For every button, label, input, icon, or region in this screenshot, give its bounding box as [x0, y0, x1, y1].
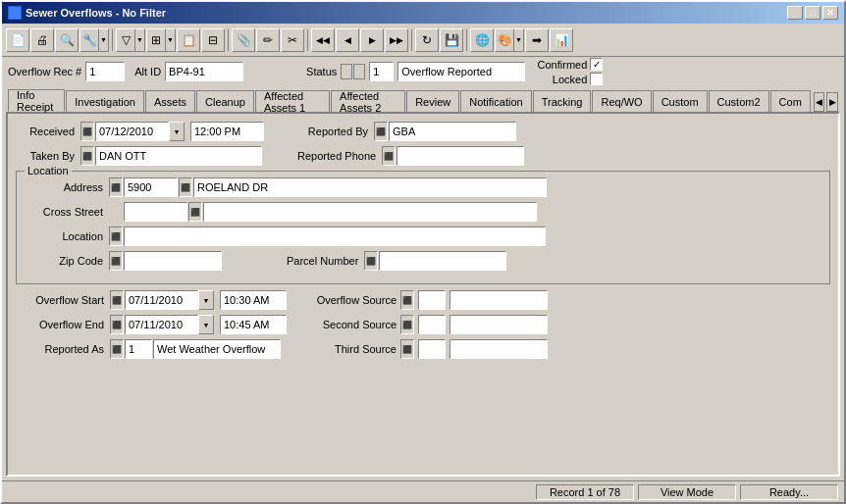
reported-by-icon[interactable]: ⬛: [374, 122, 388, 141]
overflow-end-icon[interactable]: ⬛: [110, 315, 124, 334]
address-icon[interactable]: ⬛: [109, 177, 123, 197]
report-button[interactable]: 📊: [550, 28, 573, 52]
overflow-start-date-btn[interactable]: ▼: [198, 290, 214, 310]
overflow-end-date-input[interactable]: [125, 315, 198, 334]
minimize-button[interactable]: _: [787, 6, 803, 20]
print-button[interactable]: 🖨: [30, 28, 54, 52]
locked-label: Locked: [533, 74, 587, 85]
layout-button[interactable]: ⊞: [146, 28, 166, 52]
view3-button[interactable]: ⊟: [201, 28, 225, 52]
parcel-number-label: Parcel Number: [287, 255, 358, 267]
reported-as-desc-input[interactable]: [153, 339, 281, 359]
nav-prev-button[interactable]: ◀: [336, 28, 359, 52]
taken-by-icon[interactable]: ⬛: [80, 146, 94, 166]
alt-id-input[interactable]: [165, 62, 243, 81]
received-date-input[interactable]: [95, 122, 169, 141]
zip-icon[interactable]: ⬛: [109, 251, 123, 271]
layout-dropdown-arrow[interactable]: ▼: [166, 28, 176, 52]
tab-info-receipt[interactable]: Info Receipt: [8, 89, 65, 112]
address-number-input[interactable]: [124, 177, 178, 197]
locked-checkbox[interactable]: [590, 73, 603, 85]
reported-phone-icon[interactable]: ⬛: [382, 146, 396, 166]
maximize-button[interactable]: □: [805, 6, 820, 20]
globe-button[interactable]: 🌐: [470, 28, 494, 52]
parcel-icon[interactable]: ⬛: [364, 251, 378, 271]
tab-custom2[interactable]: Custom2: [709, 90, 769, 112]
close-button[interactable]: ✕: [822, 6, 838, 20]
overflow-source-desc[interactable]: [449, 290, 548, 310]
record-bar: Overflow Rec # Alt ID Status Confirmed ✓…: [2, 57, 844, 86]
overflow-start-icon[interactable]: ⬛: [110, 290, 124, 310]
nav-first-button[interactable]: ◀◀: [311, 28, 335, 52]
location-icon[interactable]: ⬛: [109, 227, 123, 246]
save-button[interactable]: 💾: [440, 28, 463, 52]
overflow-end-time-input[interactable]: [220, 315, 287, 334]
tools-dropdown-arrow[interactable]: ▼: [99, 28, 109, 52]
search-button[interactable]: 🔍: [55, 28, 79, 52]
cross-street-icon[interactable]: ⬛: [188, 202, 202, 222]
attach-button[interactable]: 📎: [232, 28, 255, 52]
view2-button[interactable]: 📋: [177, 28, 200, 52]
second-source-icon[interactable]: ⬛: [400, 315, 414, 334]
overflow-start-date-input[interactable]: [125, 290, 198, 310]
received-date-btn[interactable]: ▼: [169, 122, 185, 141]
cross-street-full-input[interactable]: [203, 202, 537, 222]
overflow-source-icon[interactable]: ⬛: [400, 290, 414, 310]
tab-investigation[interactable]: Investigation: [66, 90, 144, 112]
third-source-number[interactable]: [418, 339, 446, 359]
third-source-desc[interactable]: [449, 339, 548, 359]
reported-as-label: Reported As: [16, 343, 104, 355]
location-field-label: Location: [25, 230, 103, 242]
arrow-button[interactable]: ➡: [525, 28, 549, 52]
tab-affected-assets-2[interactable]: Affected Assets 2: [331, 90, 405, 112]
confirmed-checkbox[interactable]: ✓: [590, 58, 603, 71]
nav-next-button[interactable]: ▶: [360, 28, 384, 52]
filter-button[interactable]: ▽: [116, 28, 135, 52]
overflow-rec-input[interactable]: [85, 62, 125, 81]
overflow-start-time-input[interactable]: [220, 290, 287, 310]
second-source-number[interactable]: [418, 315, 446, 334]
status-number-input[interactable]: [369, 62, 394, 81]
status-desc-input[interactable]: [397, 62, 525, 81]
received-time-input[interactable]: [190, 122, 264, 141]
colors-dropdown-arrow[interactable]: ▼: [514, 28, 524, 52]
nav-last-button[interactable]: ▶▶: [385, 28, 408, 52]
tab-review[interactable]: Review: [406, 90, 459, 112]
tab-scroll-right[interactable]: ▶: [826, 92, 838, 112]
reported-by-input[interactable]: [389, 122, 516, 141]
zip-parcel-row: Zip Code ⬛ Parcel Number ⬛: [25, 251, 821, 271]
filter-dropdown-arrow[interactable]: ▼: [135, 28, 145, 52]
address-street-input[interactable]: [193, 177, 547, 197]
tab-cleanup[interactable]: Cleanup: [196, 90, 254, 112]
third-source-icon[interactable]: ⬛: [400, 339, 414, 359]
zip-input[interactable]: [124, 251, 222, 271]
tab-com[interactable]: Com: [770, 90, 811, 112]
record-info: Record 1 of 78: [536, 484, 634, 500]
colors-button[interactable]: 🎨: [495, 28, 514, 52]
overflow-source-number[interactable]: [418, 290, 446, 310]
tab-scroll-left[interactable]: ◀: [814, 92, 825, 112]
cross-street-input[interactable]: [124, 202, 187, 222]
new-button[interactable]: 📄: [6, 28, 29, 52]
address-street-icon[interactable]: ⬛: [179, 177, 192, 197]
tools-button[interactable]: 🔧: [79, 28, 99, 52]
taken-by-input[interactable]: [95, 146, 262, 166]
reported-as-icon[interactable]: ⬛: [110, 339, 124, 359]
tab-affected-assets-1[interactable]: Affected Assets 1: [255, 90, 330, 112]
parcel-input[interactable]: [379, 251, 506, 271]
edit-button[interactable]: ✏: [256, 28, 280, 52]
received-date-icon[interactable]: ⬛: [80, 122, 94, 141]
location-input[interactable]: [124, 227, 546, 246]
refresh-button[interactable]: ↻: [415, 28, 439, 52]
tab-tracking[interactable]: Tracking: [533, 90, 592, 112]
tab-notification[interactable]: Notification: [460, 90, 531, 112]
overflow-end-date-btn[interactable]: ▼: [198, 315, 214, 334]
cut-button[interactable]: ✂: [281, 28, 304, 52]
reported-as-number-input[interactable]: [125, 339, 152, 359]
reported-phone-input[interactable]: [397, 146, 524, 166]
tab-assets[interactable]: Assets: [145, 90, 195, 112]
tab-custom[interactable]: Custom: [653, 90, 708, 112]
second-source-desc[interactable]: [449, 315, 548, 334]
status-label: Status: [306, 66, 337, 77]
tab-req-wo[interactable]: Req/WO: [592, 90, 651, 112]
